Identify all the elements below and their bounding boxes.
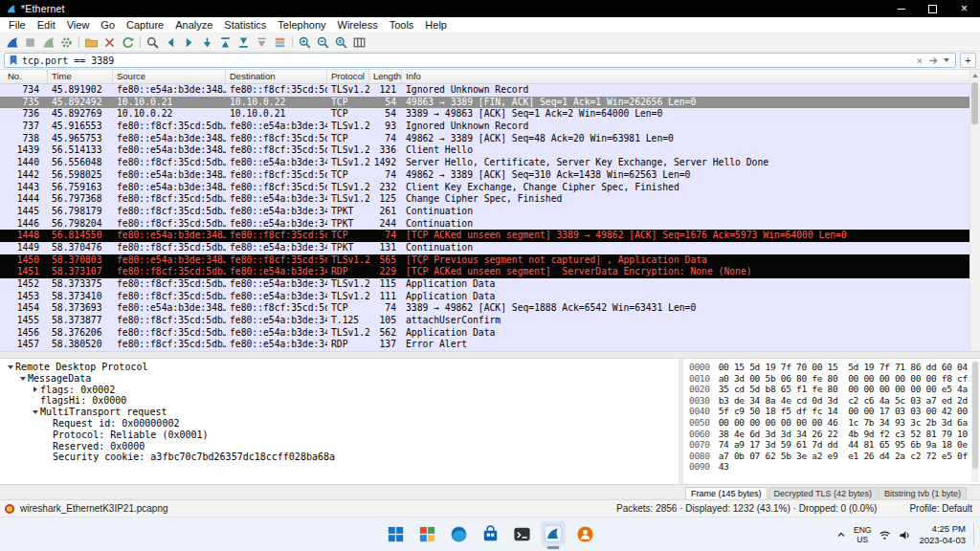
packet-row-1454[interactable]: 145458.373693fe80::e54a:b3de:348…fe80::f…: [0, 302, 980, 315]
filter-bookmark-icon[interactable]: [9, 55, 18, 66]
store-taskbar-icon[interactable]: [478, 521, 502, 546]
close-button[interactable]: ×: [948, 0, 980, 17]
packet-row-738[interactable]: 73845.965753fe80::e54a:b3de:348…fe80::f8…: [0, 133, 980, 145]
packet-row-1448[interactable]: 144856.814550fe80::e54a:b3de:348…fe80::f…: [0, 230, 980, 242]
menu-view[interactable]: View: [61, 19, 96, 31]
capture-start-icon[interactable]: [3, 34, 21, 50]
menu-help[interactable]: Help: [419, 19, 453, 31]
packet-row-737[interactable]: 73745.916553fe80::f8cf:35cd:5db…fe80::e5…: [0, 121, 980, 133]
expert-info-icon[interactable]: [5, 504, 14, 514]
menu-edit[interactable]: Edit: [32, 19, 61, 31]
hex-line-0090[interactable]: 009043: [689, 461, 969, 473]
packet-row-1452[interactable]: 145258.373375fe80::f8cf:35cd:5db…fe80::e…: [0, 278, 980, 291]
wifi-icon[interactable]: [879, 530, 891, 540]
tab-frame-145-bytes[interactable]: Frame (145 bytes): [685, 487, 768, 499]
packet-row-1446[interactable]: 144656.798204fe80::f8cf:35cd:5db…fe80::e…: [0, 218, 980, 231]
menu-capture[interactable]: Capture: [121, 19, 169, 31]
column-header-info[interactable]: Info: [402, 70, 980, 83]
packet-row-1453[interactable]: 145358.373410fe80::f8cf:35cd:5db…fe80::e…: [0, 291, 980, 303]
reload-file-icon[interactable]: [119, 34, 137, 50]
packet-row-1451[interactable]: 145158.373107fe80::f8cf:35cd:5db…fe80::e…: [0, 266, 980, 278]
go-forward-icon[interactable]: [180, 34, 198, 50]
menu-go[interactable]: Go: [95, 19, 121, 31]
packet-row-1443[interactable]: 144356.759163fe80::e54a:b3de:348…fe80::f…: [0, 182, 980, 194]
filter-clear-icon[interactable]: ×: [912, 55, 926, 67]
hex-line-0070[interactable]: 007074 a9 17 3d 59 61 7d dd 44 81 65 95 …: [689, 439, 969, 451]
capture-options-icon[interactable]: [57, 34, 76, 50]
language-indicator[interactable]: ENGUS: [854, 525, 871, 544]
go-back-icon[interactable]: [162, 34, 180, 50]
maximize-button[interactable]: [917, 0, 948, 17]
go-to-packet-icon[interactable]: [198, 34, 216, 50]
packet-row-1439[interactable]: 143956.514133fe80::e54a:b3de:348…fe80::f…: [0, 144, 980, 157]
hidden-icons-chevron[interactable]: [836, 530, 846, 540]
column-header-dst[interactable]: Destination: [226, 70, 327, 83]
title-bar[interactable]: *Ethernet ×: [0, 0, 980, 17]
clock[interactable]: 4:25 PM2023-04-03: [919, 523, 966, 546]
menu-tools[interactable]: Tools: [384, 19, 420, 31]
detail-flagshi-0x0000[interactable]: flagsHi: 0x0000: [3, 395, 679, 407]
detail-security-cookie-a3fbc70c7bd26357dc18ccff[interactable]: Security cookie: a3fbc70c7bd26357dc18ccf…: [3, 452, 679, 463]
collapse-icon[interactable]: [17, 377, 28, 381]
detail-remote-desktop-protocol[interactable]: Remote Desktop Protocol: [3, 362, 679, 373]
menu-wireless[interactable]: Wireless: [332, 19, 384, 31]
column-header-no[interactable]: No.: [0, 70, 48, 83]
packet-row-1444[interactable]: 144456.797368fe80::f8cf:35cd:5db…fe80::e…: [0, 193, 980, 206]
detail-flags-0x0002[interactable]: flags: 0x0002: [3, 385, 679, 396]
hex-line-0020[interactable]: 002035 cd 5d b8 65 f1 fe 80 00 00 00 00 …: [689, 384, 969, 395]
orange-app-taskbar-icon[interactable]: [572, 521, 597, 546]
packet-list-scrollbar[interactable]: [969, 70, 980, 351]
detail-multitransport-request[interactable]: MultiTransport request: [3, 407, 679, 418]
wireshark-taskbar-icon[interactable]: [541, 521, 566, 546]
edge-taskbar-icon[interactable]: [446, 521, 471, 546]
find-packet-icon[interactable]: [144, 34, 162, 50]
zoom-out-icon[interactable]: [314, 34, 332, 50]
detail-request-id-0x00000002[interactable]: Request id: 0x00000002: [3, 418, 679, 430]
detail-reserved-0x0000[interactable]: Reserved: 0x0000: [3, 441, 679, 452]
packet-row-1450[interactable]: 145058.370803fe80::e54a:b3de:348…fe80::f…: [0, 254, 980, 267]
profile-selector[interactable]: Profile: Default: [909, 503, 972, 514]
tab-decrypted-tls-42-bytes[interactable]: Decrypted TLS (42 bytes): [768, 487, 878, 499]
column-header-src[interactable]: Source: [113, 70, 226, 83]
menu-statistics[interactable]: Statistics: [218, 19, 272, 31]
menu-analyze[interactable]: Analyze: [169, 19, 218, 31]
filter-dropdown-icon[interactable]: [944, 58, 949, 62]
auto-scroll-icon[interactable]: [253, 34, 271, 50]
filter-apply-icon[interactable]: [926, 55, 941, 66]
menu-file[interactable]: File: [3, 19, 32, 31]
packet-row-1456[interactable]: 145658.376206fe80::f8cf:35cd:5db…fe80::e…: [0, 327, 980, 340]
hex-scrollbar-thumb[interactable]: [972, 362, 978, 469]
open-file-icon[interactable]: [82, 34, 100, 50]
terminal-taskbar-icon[interactable]: [509, 521, 534, 546]
go-top-icon[interactable]: [216, 34, 234, 50]
packet-row-1449[interactable]: 144958.370476fe80::f8cf:35cd:5db…fe80::e…: [0, 242, 980, 254]
hex-line-0040[interactable]: 00405f c9 50 18 f5 df fc 14 00 00 17 03 …: [689, 406, 969, 417]
display-filter-input[interactable]: tcp.port == 3389 ×: [4, 53, 956, 68]
packet-row-1440[interactable]: 144056.556048fe80::f8cf:35cd:5db…fe80::e…: [0, 157, 980, 169]
menu-telephony[interactable]: Telephony: [272, 19, 331, 31]
packet-row-736[interactable]: 73645.89276910.10.0.2210.10.0.21TCP54338…: [0, 108, 980, 121]
hex-line-0000[interactable]: 000000 15 5d 19 7f 70 00 15 5d 19 7f 71 …: [689, 362, 969, 373]
detail-protocol-reliable-0x0001[interactable]: Protocol: Reliable (0x0001): [3, 430, 679, 441]
zoom-reset-icon[interactable]: [332, 34, 350, 50]
collapse-icon[interactable]: [30, 410, 40, 414]
colorize-icon[interactable]: [271, 34, 289, 50]
capture-restart-icon[interactable]: [39, 34, 57, 50]
packet-row-1455[interactable]: 145558.373877fe80::f8cf:35cd:5db…fe80::e…: [0, 315, 980, 327]
packet-row-1442[interactable]: 144256.598025fe80::e54a:b3de:348…fe80::f…: [0, 169, 980, 182]
hex-line-0080[interactable]: 0080a7 0b 07 62 5b 3e a2 e9 e1 26 d4 2a …: [689, 451, 969, 462]
column-header-len[interactable]: Length: [369, 70, 402, 83]
column-header-proto[interactable]: Protocol: [327, 70, 369, 83]
hex-line-0050[interactable]: 005000 00 00 00 00 00 00 46 1c 7b 34 93 …: [689, 417, 969, 429]
packet-row-734[interactable]: 73445.891902fe80::e54a:b3de:348…fe80::f8…: [0, 84, 980, 97]
scrollbar-thumb[interactable]: [971, 82, 978, 124]
hex-line-0030[interactable]: 0030b3 de 34 8a 4e cd 0d 3d c2 c6 4a 5c …: [689, 395, 969, 407]
packet-row-1457[interactable]: 145758.380520fe80::f8cf:35cd:5db…fe80::e…: [0, 339, 980, 351]
volume-icon[interactable]: [899, 530, 911, 540]
close-file-icon[interactable]: [100, 34, 119, 50]
expand-icon[interactable]: [30, 386, 40, 392]
show-desktop-button[interactable]: [973, 523, 977, 546]
capture-stop-icon[interactable]: [21, 34, 39, 50]
packet-row-1445[interactable]: 144556.798179fe80::f8cf:35cd:5db…fe80::e…: [0, 206, 980, 218]
ms-app-taskbar-icon[interactable]: [414, 521, 439, 546]
